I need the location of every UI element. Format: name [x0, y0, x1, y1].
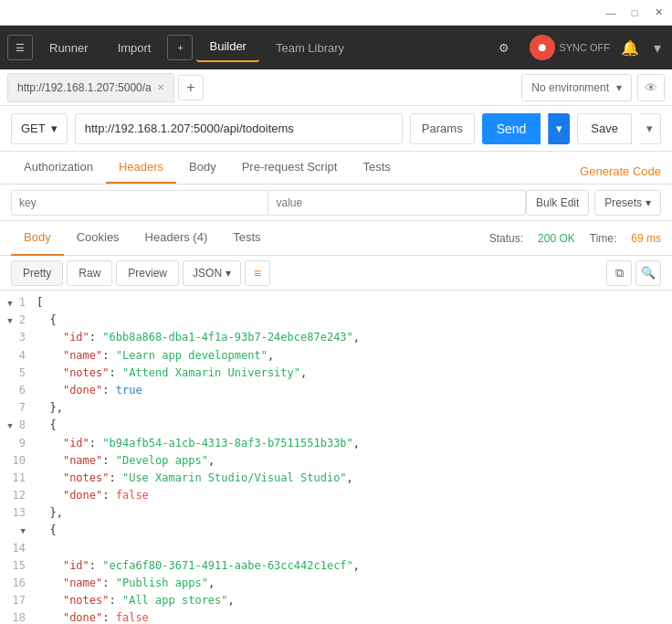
line-content: "id": "ecfa6f80-3671-4911-aabe-63cc442c1…	[37, 557, 360, 575]
settings-button[interactable]: ⚙	[486, 33, 522, 62]
generate-code-button[interactable]: Generate Code	[580, 164, 661, 184]
line-content: {	[37, 312, 57, 329]
env-dropdown[interactable]: No environment ▾	[521, 74, 632, 101]
runner-button[interactable]: Runner	[37, 33, 101, 62]
header-key-input[interactable]	[11, 190, 268, 216]
line-content: },	[37, 399, 63, 417]
maximize-button[interactable]: □	[628, 6, 641, 19]
toolbar-right: ⚙ ⏺ SYNC OFF 🔔 ▾	[486, 33, 665, 62]
sync-icon: ⏺	[530, 35, 555, 60]
save-button[interactable]: Save	[577, 113, 632, 144]
current-tab[interactable]: http://192.168.1.207:5000/a ✕	[7, 73, 174, 102]
params-button[interactable]: Params	[410, 113, 475, 144]
tab-authorization[interactable]: Authorization	[11, 151, 106, 184]
minimize-button[interactable]: —	[604, 6, 617, 19]
table-row: ▼ 8 {	[0, 417, 672, 434]
line-content: "id": "b94afb54-a1cb-4313-8af3-b7511551b…	[37, 435, 360, 452]
line-number: ▼ 1	[7, 294, 37, 312]
new-tab-icon: +	[177, 42, 183, 53]
line-number: 10	[7, 452, 37, 470]
pretty-button[interactable]: Pretty	[11, 260, 63, 286]
table-row: ▼ 1[	[0, 294, 672, 312]
sidebar-icon: ☰	[16, 42, 25, 54]
env-eye-button[interactable]: 👁	[637, 74, 665, 101]
table-row: 16 "name": "Publish apps",	[0, 575, 672, 592]
line-number: 5	[7, 365, 37, 382]
method-selector[interactable]: GET ▾	[11, 113, 68, 144]
line-content: {	[37, 522, 57, 556]
add-tab-button[interactable]: +	[178, 75, 204, 100]
table-row: 10 "name": "Develop apps",	[0, 452, 672, 470]
bulk-edit-button[interactable]: Bulk Edit	[526, 190, 589, 216]
resp-tab-body[interactable]: Body	[11, 221, 64, 256]
wrap-icon: ≡	[254, 266, 261, 280]
import-button[interactable]: Import	[105, 33, 164, 62]
response-body[interactable]: ▼ 1[▼ 2 {3 "id": "6bb8a868-dba1-4f1a-93b…	[0, 291, 672, 624]
send-dropdown-button[interactable]: ▾	[548, 113, 570, 144]
line-content: "notes": "All app stores",	[37, 592, 235, 609]
resp-tab-headers-label: Headers (4)	[145, 230, 208, 244]
line-number: 16	[7, 575, 37, 592]
table-row: 4 "name": "Learn app development",	[0, 347, 672, 365]
format-right-buttons: ⧉ 🔍	[606, 260, 661, 286]
settings-icon: ⚙	[499, 41, 509, 55]
copy-button[interactable]: ⧉	[606, 260, 632, 286]
line-content: "name": "Publish apps",	[37, 575, 215, 592]
environment-selector: No environment ▾ 👁	[521, 74, 665, 101]
table-row: 7 },	[0, 399, 672, 417]
preview-button[interactable]: Preview	[116, 260, 179, 286]
team-library-label: Team Library	[276, 41, 344, 55]
search-button[interactable]: 🔍	[635, 260, 661, 286]
table-row: ▼ 14 {	[0, 522, 672, 556]
format-label: JSON	[193, 267, 222, 280]
table-row: 15 "id": "ecfa6f80-3671-4911-aabe-63cc44…	[0, 557, 672, 575]
tab-body[interactable]: Body	[176, 151, 229, 184]
toolbar-chevron-button[interactable]: ▾	[650, 36, 665, 60]
line-number: ▼ 14	[7, 522, 37, 556]
team-library-tab[interactable]: Team Library	[263, 33, 357, 62]
pretty-label: Pretty	[23, 267, 51, 280]
status-value: 200 OK	[538, 232, 575, 245]
resp-tab-body-label: Body	[24, 230, 51, 244]
send-button[interactable]: Send	[482, 113, 541, 144]
header-value-input[interactable]	[268, 190, 525, 216]
save-chevron-icon: ▾	[646, 122, 653, 135]
env-label: No environment	[531, 81, 609, 94]
url-input[interactable]	[75, 113, 403, 144]
line-content: "notes": "Attend Xamarin University",	[37, 365, 307, 382]
tab-prerequest-label: Pre-request Script	[242, 160, 338, 174]
sidebar-toggle[interactable]: ☰	[7, 35, 33, 60]
tab-url: http://192.168.1.207:5000/a	[17, 81, 152, 94]
raw-label: Raw	[79, 267, 100, 280]
close-tab-icon[interactable]: ✕	[157, 82, 164, 92]
format-dropdown[interactable]: JSON ▾	[183, 260, 241, 286]
line-number: 3	[7, 329, 37, 346]
presets-button[interactable]: Presets ▾	[594, 190, 661, 216]
tab-headers[interactable]: Headers	[106, 151, 176, 184]
wrap-button[interactable]: ≡	[245, 260, 270, 286]
resp-tab-headers[interactable]: Headers (4)	[132, 221, 221, 256]
builder-tab[interactable]: Builder	[196, 33, 258, 62]
save-dropdown-button[interactable]: ▾	[639, 113, 661, 144]
method-chevron-icon: ▾	[51, 122, 58, 135]
close-button[interactable]: ✕	[652, 6, 665, 19]
line-content: "notes": "Use Xamarin Studio/Visual Stud…	[37, 470, 353, 487]
raw-button[interactable]: Raw	[67, 260, 112, 286]
line-number: 18	[7, 609, 37, 624]
save-label: Save	[591, 122, 618, 135]
line-number: 11	[7, 470, 37, 487]
resp-tab-cookies[interactable]: Cookies	[64, 221, 132, 256]
builder-label: Builder	[209, 39, 246, 53]
generate-code-label: Generate Code	[580, 164, 661, 178]
table-row: 12 "done": false	[0, 487, 672, 504]
sync-button[interactable]: ⏺ SYNC OFF	[530, 35, 610, 60]
tab-tests[interactable]: Tests	[350, 151, 403, 184]
bell-button[interactable]: 🔔	[617, 36, 643, 60]
new-request-button[interactable]: +	[167, 35, 193, 60]
resp-tab-tests[interactable]: Tests	[220, 221, 273, 256]
tab-prerequest[interactable]: Pre-request Script	[229, 151, 351, 184]
line-content: "done": true	[37, 382, 142, 399]
line-content: "id": "6bb8a868-dba1-4f1a-93b7-24ebce87e…	[37, 329, 360, 346]
env-chevron-icon: ▾	[616, 81, 622, 94]
line-content: {	[37, 417, 57, 434]
